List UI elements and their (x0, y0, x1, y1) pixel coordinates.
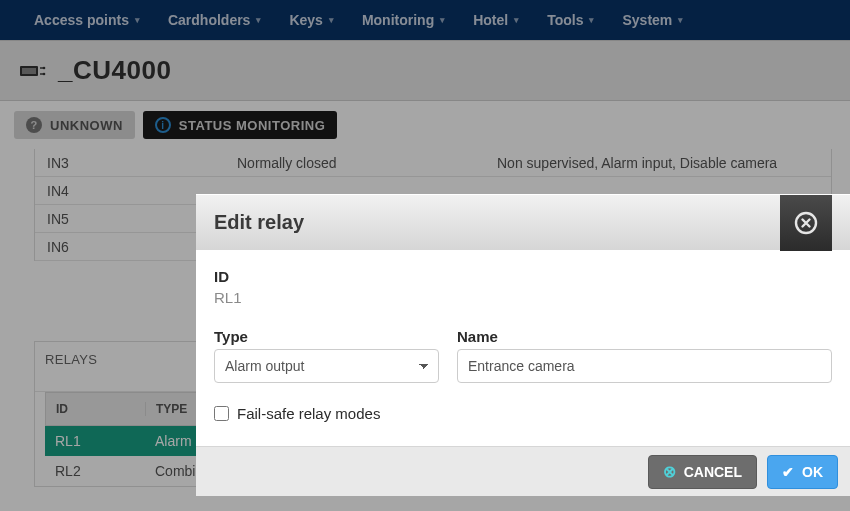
ok-button[interactable]: ✔ OK (767, 455, 838, 489)
close-icon (794, 211, 818, 235)
failsafe-label: Fail-safe relay modes (237, 405, 380, 422)
ok-label: OK (802, 464, 823, 480)
check-icon: ✔ (782, 464, 794, 480)
failsafe-checkbox[interactable] (214, 406, 229, 421)
id-label: ID (214, 268, 832, 285)
failsafe-row[interactable]: Fail-safe relay modes (214, 405, 832, 422)
id-value: RL1 (214, 289, 832, 306)
dialog-footer: ⊗ CANCEL ✔ OK (196, 446, 850, 496)
dialog-body: ID RL1 Type Alarm output Name Fail-safe … (196, 250, 850, 446)
cancel-button[interactable]: ⊗ CANCEL (648, 455, 757, 489)
name-label: Name (457, 328, 832, 345)
type-select[interactable]: Alarm output (214, 349, 439, 383)
close-button[interactable] (780, 195, 832, 251)
type-label: Type (214, 328, 439, 345)
cancel-label: CANCEL (684, 464, 742, 480)
edit-relay-dialog: Edit relay ID RL1 Type Alarm output (196, 194, 850, 496)
cancel-icon: ⊗ (663, 462, 676, 481)
dialog-header: Edit relay (196, 194, 850, 250)
dialog-title: Edit relay (214, 211, 780, 234)
name-input[interactable] (457, 349, 832, 383)
